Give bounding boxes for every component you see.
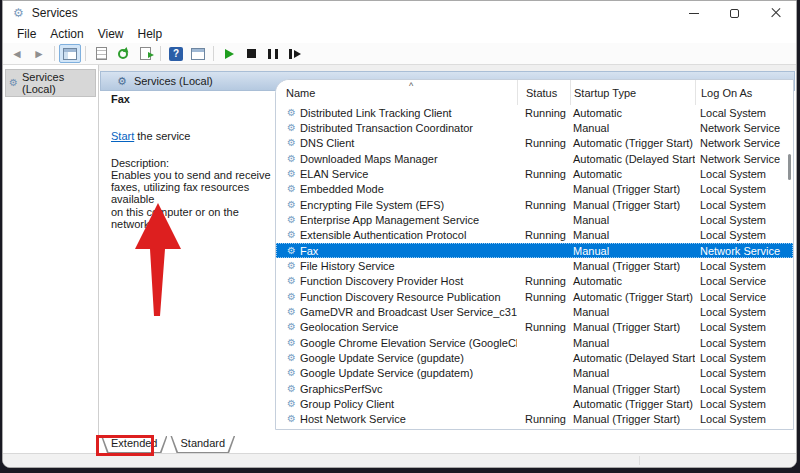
column-header-status[interactable]: Status	[517, 80, 570, 105]
service-row[interactable]: ⚙Enterprise App Management ServiceManual…	[276, 212, 793, 227]
table-body: ⚙Distributed Link Tracking ClientRunning…	[276, 105, 793, 429]
export-list-button[interactable]	[134, 44, 156, 63]
service-log-on-as: Local System	[695, 381, 793, 396]
restart-service-button[interactable]	[284, 44, 306, 63]
pause-service-button[interactable]	[262, 44, 284, 63]
tab-extended[interactable]: Extended	[101, 436, 167, 453]
service-status: Running	[517, 105, 570, 120]
show-console-tree-button[interactable]	[59, 44, 81, 63]
service-row[interactable]: ⚙Google Update Service (gupdatem)ManualL…	[276, 366, 793, 381]
service-row[interactable]: ⚙ELAN ServiceRunningAutomaticLocal Syste…	[276, 166, 793, 181]
service-row[interactable]: ⚙FaxManualNetwork Service	[276, 243, 793, 258]
service-log-on-as: Local Service	[695, 274, 793, 289]
show-action-pane-button[interactable]	[187, 44, 209, 63]
properties-icon	[96, 47, 107, 60]
service-row[interactable]: ⚙File History ServiceManual (Trigger Sta…	[276, 258, 793, 273]
service-gear-icon: ⚙	[287, 108, 300, 118]
toolbar-separator	[54, 46, 55, 61]
service-log-on-as: Local System	[695, 350, 793, 365]
description-text: Enables you to send and receive faxes, u…	[111, 169, 281, 230]
service-name: Host Network Service	[300, 413, 406, 425]
stop-service-button[interactable]	[240, 44, 262, 63]
service-startup-type: Manual (Trigger Start)	[570, 320, 695, 335]
service-row[interactable]: ⚙Geolocation ServiceRunningManual (Trigg…	[276, 320, 793, 335]
service-row[interactable]: ⚙DNS ClientRunningAutomatic (Trigger Sta…	[276, 136, 793, 151]
show-action-pane-icon	[191, 48, 205, 60]
column-header-log-on-as[interactable]: Log On As	[695, 80, 793, 105]
service-startup-type: Manual	[570, 120, 695, 135]
column-header-name[interactable]: Name	[276, 80, 517, 105]
services-window: ⚙ Services FileActionViewHelp ◄►? ⚙ Serv…	[2, 0, 797, 468]
service-gear-icon: ⚙	[287, 138, 300, 148]
service-log-on-as: Local System	[695, 320, 793, 335]
column-header-startup-type[interactable]: Startup Type	[570, 80, 695, 105]
properties-button[interactable]	[90, 44, 112, 63]
back-button[interactable]: ◄	[6, 44, 28, 63]
service-row[interactable]: ⚙Function Discovery Provider HostRunning…	[276, 274, 793, 289]
window-title: Services	[32, 6, 78, 20]
minimize-button[interactable]	[673, 1, 714, 25]
service-gear-icon: ⚙	[287, 307, 300, 317]
service-status: Running	[517, 197, 570, 212]
service-log-on-as: Local System	[695, 166, 793, 181]
service-row[interactable]: ⚙Google Update Service (gupdate)Automati…	[276, 350, 793, 365]
menu-view[interactable]: View	[91, 26, 131, 42]
service-row[interactable]: ⚙Downloaded Maps ManagerAutomatic (Delay…	[276, 151, 793, 166]
service-status	[517, 212, 570, 227]
maximize-button[interactable]	[714, 1, 755, 25]
service-status: Running	[517, 166, 570, 181]
service-gear-icon: ⚙	[287, 184, 300, 194]
service-status	[517, 243, 570, 258]
service-row[interactable]: ⚙Extensible Authentication ProtocolRunni…	[276, 228, 793, 243]
service-startup-type: Manual	[570, 212, 695, 227]
window-controls	[673, 1, 796, 25]
service-row[interactable]: ⚙Google Chrome Elevation Service (Google…	[276, 335, 793, 350]
service-name: Group Policy Client	[300, 398, 394, 410]
help-button[interactable]: ?	[165, 44, 187, 63]
service-log-on-as: Network Service	[695, 120, 793, 135]
refresh-button[interactable]	[112, 44, 134, 63]
service-log-on-as: Local System	[695, 258, 793, 273]
service-log-on-as: Local System	[695, 304, 793, 319]
service-gear-icon: ⚙	[287, 353, 300, 363]
close-button[interactable]	[755, 1, 796, 25]
service-row[interactable]: ⚙Host Network ServiceRunningManual (Trig…	[276, 412, 793, 427]
service-row[interactable]: ⚙Function Discovery Resource Publication…	[276, 289, 793, 304]
selected-service-name: Fax	[111, 93, 130, 105]
menu-help[interactable]: Help	[131, 26, 170, 42]
start-service-link[interactable]: Start	[111, 130, 134, 142]
services-list-panel: Name Status Startup Type Log On As ^ ⚙Di…	[275, 79, 794, 430]
service-name: Enterprise App Management Service	[300, 214, 479, 226]
start-service-button[interactable]	[218, 44, 240, 63]
service-row[interactable]: ⚙Embedded ModeManual (Trigger Start)Loca…	[276, 182, 793, 197]
pane-header-label: Services (Local)	[134, 75, 213, 87]
service-row[interactable]: ⚙GraphicsPerfSvcManual (Trigger Start)Lo…	[276, 381, 793, 396]
service-startup-type: Automatic (Delayed Start)	[570, 151, 695, 166]
service-log-on-as: Network Service	[695, 243, 793, 258]
service-gear-icon: ⚙	[287, 261, 300, 271]
service-name: Embedded Mode	[300, 183, 384, 195]
service-name: Google Chrome Elevation Service (GoogleC…	[300, 337, 517, 349]
service-name: GraphicsPerfSvc	[300, 383, 383, 395]
forward-icon: ►	[33, 48, 45, 60]
service-row[interactable]: ⚙Distributed Link Tracking ClientRunning…	[276, 105, 793, 120]
tab-standard[interactable]: Standard	[170, 436, 235, 453]
title-bar: ⚙ Services	[3, 1, 796, 25]
stop-service-icon	[247, 49, 256, 58]
service-startup-type: Automatic	[570, 105, 695, 120]
restart-service-icon	[289, 49, 301, 59]
service-log-on-as: Local Service	[695, 289, 793, 304]
minimize-icon	[689, 13, 699, 14]
service-row[interactable]: ⚙Distributed Transaction CoordinatorManu…	[276, 120, 793, 135]
vertical-scrollbar[interactable]	[788, 154, 791, 180]
forward-button[interactable]: ►	[28, 44, 50, 63]
service-row[interactable]: ⚙Encrypting File System (EFS)RunningManu…	[276, 197, 793, 212]
service-row[interactable]: ⚙GameDVR and Broadcast User Service_c31f…	[276, 304, 793, 319]
sort-ascending-icon: ^	[409, 81, 413, 91]
service-row[interactable]: ⚙Group Policy ClientAutomatic (Trigger S…	[276, 396, 793, 411]
service-log-on-as: Local System	[695, 396, 793, 411]
menu-file[interactable]: File	[10, 26, 43, 42]
menu-action[interactable]: Action	[43, 26, 90, 42]
service-log-on-as: Local System	[695, 335, 793, 350]
tree-item-services-local[interactable]: ⚙ Services (Local)	[5, 69, 96, 97]
